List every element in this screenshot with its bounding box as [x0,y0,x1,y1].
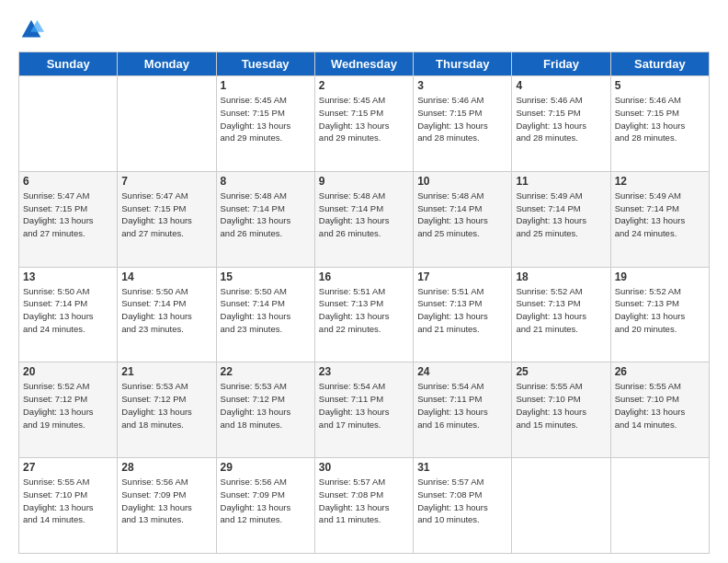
day-info: Sunrise: 5:51 AM Sunset: 7:13 PM Dayligh… [319,285,409,336]
calendar-cell: 3Sunrise: 5:46 AM Sunset: 7:15 PM Daylig… [414,76,512,172]
calendar-week: 1Sunrise: 5:45 AM Sunset: 7:15 PM Daylig… [19,76,710,172]
day-number: 9 [319,175,409,188]
day-info: Sunrise: 5:51 AM Sunset: 7:13 PM Dayligh… [417,285,507,336]
day-info: Sunrise: 5:53 AM Sunset: 7:12 PM Dayligh… [121,380,211,431]
day-number: 22 [221,365,311,378]
day-number: 14 [121,270,211,283]
day-number: 5 [615,79,705,92]
day-info: Sunrise: 5:55 AM Sunset: 7:10 PM Dayligh… [516,380,606,431]
calendar-cell: 9Sunrise: 5:48 AM Sunset: 7:14 PM Daylig… [314,171,413,267]
calendar-cell: 1Sunrise: 5:45 AM Sunset: 7:15 PM Daylig… [216,76,314,172]
day-info: Sunrise: 5:52 AM Sunset: 7:12 PM Dayligh… [23,380,113,431]
calendar-cell: 24Sunrise: 5:54 AM Sunset: 7:11 PM Dayli… [414,362,512,458]
day-info: Sunrise: 5:52 AM Sunset: 7:13 PM Dayligh… [516,285,606,336]
calendar-cell: 14Sunrise: 5:50 AM Sunset: 7:14 PM Dayli… [118,267,216,362]
header [18,17,710,42]
day-info: Sunrise: 5:54 AM Sunset: 7:11 PM Dayligh… [417,380,507,431]
day-number: 26 [615,365,705,378]
day-of-week-header: Tuesday [216,52,314,76]
day-number: 10 [417,175,507,188]
day-number: 11 [516,175,606,188]
day-number: 4 [516,79,606,92]
day-info: Sunrise: 5:57 AM Sunset: 7:08 PM Dayligh… [319,476,409,526]
day-of-week-header: Wednesday [314,52,413,76]
day-of-week-header: Monday [118,52,216,76]
day-info: Sunrise: 5:45 AM Sunset: 7:15 PM Dayligh… [221,94,311,144]
logo-icon [18,17,44,42]
day-number: 28 [121,461,211,474]
day-info: Sunrise: 5:50 AM Sunset: 7:14 PM Dayligh… [121,285,211,336]
calendar-cell: 25Sunrise: 5:55 AM Sunset: 7:10 PM Dayli… [512,362,610,458]
calendar-cell: 10Sunrise: 5:48 AM Sunset: 7:14 PM Dayli… [414,171,512,267]
calendar-cell: 12Sunrise: 5:49 AM Sunset: 7:14 PM Dayli… [610,171,709,267]
day-number: 20 [23,365,113,378]
day-number: 25 [516,365,606,378]
calendar-cell [610,458,709,554]
calendar-cell [19,76,118,172]
day-info: Sunrise: 5:49 AM Sunset: 7:14 PM Dayligh… [516,190,606,240]
calendar-week: 13Sunrise: 5:50 AM Sunset: 7:14 PM Dayli… [19,267,710,362]
day-info: Sunrise: 5:52 AM Sunset: 7:13 PM Dayligh… [615,285,705,336]
day-number: 13 [23,270,113,283]
day-number: 23 [319,365,409,378]
calendar-cell: 30Sunrise: 5:57 AM Sunset: 7:08 PM Dayli… [314,458,413,554]
day-info: Sunrise: 5:47 AM Sunset: 7:15 PM Dayligh… [121,190,211,240]
day-info: Sunrise: 5:53 AM Sunset: 7:12 PM Dayligh… [221,380,311,431]
day-number: 16 [319,270,409,283]
day-number: 31 [417,461,507,474]
day-info: Sunrise: 5:50 AM Sunset: 7:14 PM Dayligh… [221,285,311,336]
calendar-cell: 6Sunrise: 5:47 AM Sunset: 7:15 PM Daylig… [19,171,118,267]
calendar-week: 6Sunrise: 5:47 AM Sunset: 7:15 PM Daylig… [19,171,710,267]
day-info: Sunrise: 5:49 AM Sunset: 7:14 PM Dayligh… [615,190,705,240]
day-info: Sunrise: 5:48 AM Sunset: 7:14 PM Dayligh… [221,190,311,240]
calendar-cell: 19Sunrise: 5:52 AM Sunset: 7:13 PM Dayli… [610,267,709,362]
calendar-cell: 7Sunrise: 5:47 AM Sunset: 7:15 PM Daylig… [118,171,216,267]
day-number: 21 [121,365,211,378]
header-row: SundayMondayTuesdayWednesdayThursdayFrid… [19,52,710,76]
page: SundayMondayTuesdayWednesdayThursdayFrid… [0,0,728,563]
calendar-week: 27Sunrise: 5:55 AM Sunset: 7:10 PM Dayli… [19,458,710,554]
day-number: 24 [417,365,507,378]
day-info: Sunrise: 5:56 AM Sunset: 7:09 PM Dayligh… [121,476,211,526]
calendar-cell: 18Sunrise: 5:52 AM Sunset: 7:13 PM Dayli… [512,267,610,362]
day-info: Sunrise: 5:46 AM Sunset: 7:15 PM Dayligh… [615,94,705,144]
day-number: 6 [23,175,113,188]
calendar-cell [118,76,216,172]
calendar-cell [512,458,610,554]
day-number: 15 [221,270,311,283]
day-of-week-header: Friday [512,52,610,76]
day-of-week-header: Sunday [19,52,118,76]
calendar-cell: 15Sunrise: 5:50 AM Sunset: 7:14 PM Dayli… [216,267,314,362]
calendar-cell: 31Sunrise: 5:57 AM Sunset: 7:08 PM Dayli… [414,458,512,554]
calendar-cell: 8Sunrise: 5:48 AM Sunset: 7:14 PM Daylig… [216,171,314,267]
calendar-cell: 2Sunrise: 5:45 AM Sunset: 7:15 PM Daylig… [314,76,413,172]
day-number: 8 [221,175,311,188]
calendar-cell: 16Sunrise: 5:51 AM Sunset: 7:13 PM Dayli… [314,267,413,362]
day-info: Sunrise: 5:55 AM Sunset: 7:10 PM Dayligh… [615,380,705,431]
day-info: Sunrise: 5:45 AM Sunset: 7:15 PM Dayligh… [319,94,409,144]
day-info: Sunrise: 5:54 AM Sunset: 7:11 PM Dayligh… [319,380,409,431]
day-number: 18 [516,270,606,283]
day-number: 19 [615,270,705,283]
day-number: 17 [417,270,507,283]
day-info: Sunrise: 5:46 AM Sunset: 7:15 PM Dayligh… [516,94,606,144]
calendar-cell: 13Sunrise: 5:50 AM Sunset: 7:14 PM Dayli… [19,267,118,362]
calendar: SundayMondayTuesdayWednesdayThursdayFrid… [18,52,710,554]
calendar-cell: 17Sunrise: 5:51 AM Sunset: 7:13 PM Dayli… [414,267,512,362]
calendar-cell: 26Sunrise: 5:55 AM Sunset: 7:10 PM Dayli… [610,362,709,458]
day-of-week-header: Thursday [414,52,512,76]
day-number: 12 [615,175,705,188]
calendar-cell: 5Sunrise: 5:46 AM Sunset: 7:15 PM Daylig… [610,76,709,172]
day-info: Sunrise: 5:55 AM Sunset: 7:10 PM Dayligh… [23,476,113,526]
calendar-cell: 4Sunrise: 5:46 AM Sunset: 7:15 PM Daylig… [512,76,610,172]
calendar-cell: 29Sunrise: 5:56 AM Sunset: 7:09 PM Dayli… [216,458,314,554]
day-of-week-header: Saturday [610,52,709,76]
day-number: 27 [23,461,113,474]
logo [18,17,46,42]
day-info: Sunrise: 5:48 AM Sunset: 7:14 PM Dayligh… [417,190,507,240]
calendar-cell: 23Sunrise: 5:54 AM Sunset: 7:11 PM Dayli… [314,362,413,458]
day-number: 30 [319,461,409,474]
day-info: Sunrise: 5:57 AM Sunset: 7:08 PM Dayligh… [417,476,507,526]
calendar-cell: 27Sunrise: 5:55 AM Sunset: 7:10 PM Dayli… [19,458,118,554]
day-number: 29 [221,461,311,474]
